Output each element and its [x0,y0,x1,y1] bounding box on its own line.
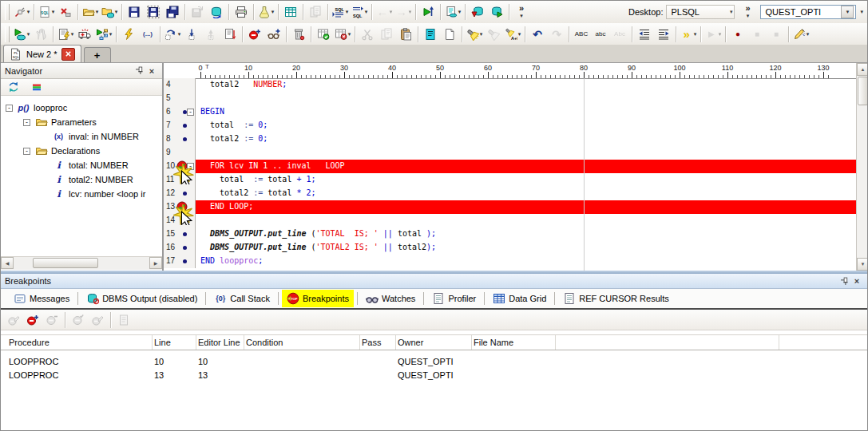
tree-expander-icon[interactable]: - [23,119,30,126]
results-tab-watches[interactable]: Watches [361,290,420,307]
toolbar-overflow-button[interactable]: »▾ [512,3,531,22]
fast-forward-button[interactable]: »▾ [679,25,698,43]
scroll-down-button[interactable]: ▼ [857,258,868,271]
outdent-button[interactable] [635,25,654,43]
execute-statement-button[interactable] [119,25,138,43]
execute-all-button[interactable] [487,3,506,22]
pin-icon[interactable] [133,65,145,77]
new-sql-window-button[interactable]: SQL▾ [37,3,56,22]
run-to-cursor-button[interactable] [220,25,240,43]
lowercase-button[interactable]: abc [591,25,610,43]
tree-item[interactable]: -Parameters [23,115,97,129]
results-tab-profiler[interactable]: Profiler [427,290,481,307]
code-text[interactable]: DBMS_OUTPUT.put_line ('TOTAL IS; ' || to… [196,227,856,241]
undo-button[interactable]: ↶ [528,25,547,43]
tree-item[interactable]: itotal: NUMBER [41,158,129,172]
add-watch-button[interactable] [264,25,283,43]
results-tab-messages[interactable]: Messages [9,290,74,307]
code-text[interactable]: total := 0; [196,119,856,132]
desktop-select[interactable]: PLSQL ▾ [666,5,735,19]
format-code-button[interactable] [421,25,440,43]
code-area[interactable]: 4 total2 NUMBER;56-BEGIN7 total := 0;8 t… [164,63,868,271]
new-document-button[interactable] [440,25,459,43]
save-as-button[interactable] [144,3,163,22]
explain-plan-button[interactable] [314,25,333,43]
code-text[interactable]: FOR lcv IN 1 .. inval LOOP [196,160,856,173]
add-breakpoint-button[interactable] [245,25,264,43]
kill-session-button[interactable] [56,3,75,22]
scrollbar-thumb[interactable] [33,258,98,268]
toolbar-overflow-button[interactable]: » ▾ [738,3,757,22]
trace-button[interactable] [289,25,308,43]
combo-dropdown-button[interactable]: ▼ [841,6,854,18]
gutter-cell[interactable]: 17 [164,255,196,268]
macro-button[interactable]: ▾ [791,25,811,43]
execute-snippet-button[interactable]: ▾ [443,3,462,22]
results-tab-call-stack[interactable]: {0}Call Stack [209,290,275,307]
results-tab-data-grid[interactable]: Data Grid [488,290,551,307]
scroll-left-button[interactable]: ◀ [1,257,14,269]
gutter-cell[interactable]: 5 [164,92,196,105]
gutter-cell[interactable]: 12 [164,187,196,200]
close-tab-button[interactable] [61,48,75,61]
convert-to-sql-button[interactable]: SQL▾ [350,3,369,22]
uppercase-button[interactable]: ABC [572,25,591,43]
scrollbar-thumb[interactable] [858,77,868,105]
execute-with-debugger-button[interactable]: ▾ [12,25,31,43]
grid-column-header[interactable]: File Name [472,335,556,350]
connect-button[interactable]: ▾ [12,3,31,22]
results-tab-dbms-output-disabled-[interactable]: DBMS Output (disabled) [81,290,202,307]
code-editor[interactable]: 0102030405060708090100110120130T 4 total… [164,63,868,271]
execute-to-next-button[interactable] [418,3,438,22]
scroll-up-button[interactable]: ▲ [857,63,868,76]
tree-item[interactable]: (x)inval: in NUMBER [41,129,139,144]
code-text[interactable]: END loopproc; [196,255,856,268]
print-button[interactable] [232,3,251,22]
gutter-cell[interactable]: 16 [164,241,196,255]
tree-expander-icon[interactable]: - [6,105,13,112]
connection-select[interactable]: QUEST_OPTI ▼ [760,5,856,19]
pin-icon[interactable] [838,275,850,287]
send-sql-to-editor-button[interactable]: SQL▾ [331,3,350,22]
code-text[interactable]: END LOOP; [196,200,856,214]
code-text[interactable]: BEGIN [196,105,856,119]
gutter-cell[interactable]: 4 [164,78,196,92]
step-over-button[interactable]: ▾ [163,25,182,43]
gutter-cell[interactable]: 6- [164,105,196,119]
toolbar-options-icon[interactable]: ▾ [860,9,863,15]
schema-browser-button[interactable] [281,3,300,22]
code-tester-button[interactable]: ▾ [256,3,275,22]
tree-expander-icon[interactable]: - [23,148,30,155]
close-results-button[interactable]: × [850,275,863,287]
step-into-button[interactable] [182,25,201,43]
code-text[interactable]: total := total + 1; [196,173,856,187]
results-tab-ref-cursor-results[interactable]: REF CURSOR Results [558,290,673,307]
tree-item[interactable]: ilcv: number <loop ir [41,187,145,201]
fold-collapse-icon[interactable]: - [187,109,194,116]
paste-button[interactable] [396,25,415,43]
toolbar-grip[interactable] [5,26,10,42]
grid-column-header[interactable]: Editor Line [196,335,244,350]
reload-from-database-button[interactable] [207,3,226,22]
save-button[interactable] [125,3,144,22]
replace-button[interactable]: A+B▾ [503,25,522,43]
save-all-button[interactable] [163,3,182,22]
code-text[interactable] [196,146,856,160]
tree-item[interactable]: itotal2: NUMBER [41,172,133,187]
tree-item[interactable]: -p()loopproc [6,101,67,115]
find-button[interactable]: ▾ [465,25,484,43]
code-text[interactable]: total2 := 0; [196,132,856,146]
execute-script-button[interactable]: ▾ [56,25,75,43]
grid-column-header[interactable]: Line [153,335,196,350]
navigator-options-button[interactable] [27,78,46,97]
grid-column-header[interactable]: Condition [244,335,360,350]
code-text[interactable]: total2 NUMBER; [196,78,856,92]
gutter-cell[interactable]: 15 [164,227,196,241]
record-macro-button[interactable]: ● [728,25,747,43]
code-text[interactable]: DBMS_OUTPUT.put_line ('TOTAL2 IS; ' || t… [196,241,856,255]
indent-button[interactable] [654,25,673,43]
open-file-button[interactable]: ▾ [81,3,100,22]
set-parameters-button[interactable]: (...) [138,25,157,43]
gutter-cell[interactable]: 8 [164,132,196,146]
scroll-right-button[interactable]: ▶ [149,257,162,269]
